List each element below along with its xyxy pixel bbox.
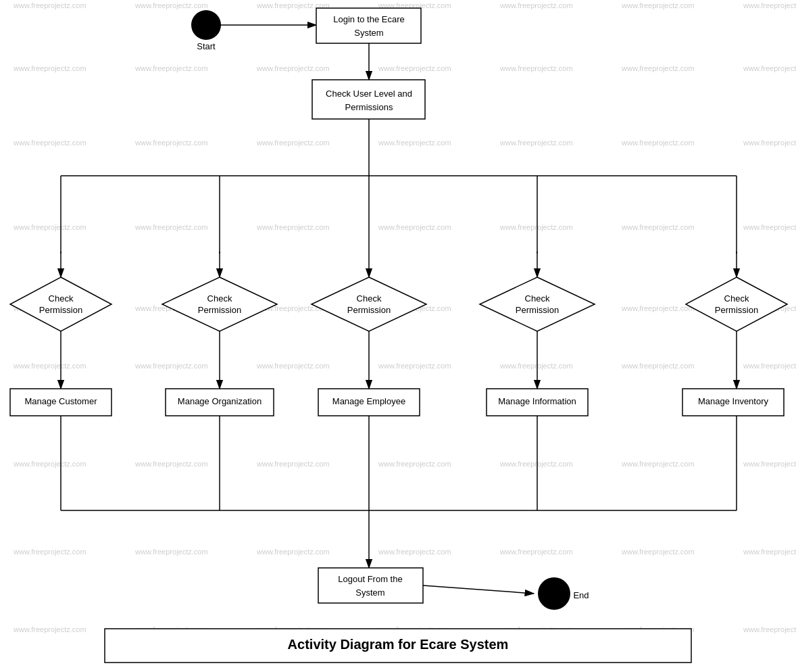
logout-text-line1: Logout From the bbox=[338, 574, 402, 584]
svg-text:www.freeprojectz.com: www.freeprojectz.com bbox=[743, 64, 796, 72]
svg-text:www.freeprojectz.com: www.freeprojectz.com bbox=[621, 460, 695, 468]
check-perm1-text1: Check bbox=[49, 293, 74, 304]
svg-text:www.freeprojectz.com: www.freeprojectz.com bbox=[499, 460, 573, 468]
check-perm5-text2: Permission bbox=[715, 305, 758, 315]
login-text-line2: System bbox=[354, 28, 383, 38]
start-label: Start bbox=[197, 41, 216, 51]
diagram-title: Activity Diagram for Ecare System bbox=[288, 637, 509, 652]
svg-text:www.freeprojectz.com: www.freeprojectz.com bbox=[13, 1, 86, 9]
manage-inv-text: Manage Inventory bbox=[698, 396, 769, 406]
svg-text:www.freeprojectz.com: www.freeprojectz.com bbox=[256, 548, 330, 556]
svg-text:www.freeprojectz.com: www.freeprojectz.com bbox=[378, 548, 451, 556]
svg-text:www.freeprojectz.com: www.freeprojectz.com bbox=[134, 460, 208, 468]
svg-text:www.freeprojectz.com: www.freeprojectz.com bbox=[134, 362, 208, 370]
svg-text:www.freeprojectz.com: www.freeprojectz.com bbox=[743, 1, 796, 9]
check-perm3-node bbox=[312, 277, 426, 331]
svg-text:www.freeprojectz.com: www.freeprojectz.com bbox=[378, 139, 451, 147]
diagram-container: www.freeprojectz.com www.freeprojectz.co… bbox=[0, 0, 796, 672]
check-perm4-text1: Check bbox=[525, 293, 550, 304]
arrow-logout-to-end bbox=[423, 585, 534, 594]
check-perm3-text2: Permission bbox=[347, 305, 391, 315]
svg-text:www.freeprojectz.com: www.freeprojectz.com bbox=[621, 1, 695, 9]
svg-text:www.freeprojectz.com: www.freeprojectz.com bbox=[499, 362, 573, 370]
check-perm4-node bbox=[480, 277, 595, 331]
check-perm5-node bbox=[686, 277, 787, 331]
check-perm2-node bbox=[162, 277, 277, 331]
svg-text:www.freeprojectz.com: www.freeprojectz.com bbox=[743, 139, 796, 147]
svg-text:www.freeprojectz.com: www.freeprojectz.com bbox=[378, 223, 451, 231]
check-perm4-text2: Permission bbox=[516, 305, 559, 315]
svg-text:www.freeprojectz.com: www.freeprojectz.com bbox=[256, 139, 330, 147]
check-user-text-line2: Permissions bbox=[345, 102, 393, 112]
svg-text:www.freeprojectz.com: www.freeprojectz.com bbox=[621, 362, 695, 370]
svg-text:www.freeprojectz.com: www.freeprojectz.com bbox=[256, 460, 330, 468]
svg-text:www.freeprojectz.com: www.freeprojectz.com bbox=[743, 362, 796, 370]
svg-text:www.freeprojectz.com: www.freeprojectz.com bbox=[621, 548, 695, 556]
svg-text:www.freeprojectz.com: www.freeprojectz.com bbox=[256, 362, 330, 370]
manage-emp-text: Manage Employee bbox=[332, 396, 405, 406]
svg-text:www.freeprojectz.com: www.freeprojectz.com bbox=[499, 64, 573, 72]
check-perm5-text1: Check bbox=[724, 293, 749, 304]
manage-org-text: Manage Organization bbox=[178, 396, 262, 406]
svg-text:www.freeprojectz.com: www.freeprojectz.com bbox=[13, 362, 86, 370]
svg-text:www.freeprojectz.com: www.freeprojectz.com bbox=[134, 1, 208, 9]
check-perm2-text2: Permission bbox=[198, 305, 241, 315]
svg-text:www.freeprojectz.com: www.freeprojectz.com bbox=[13, 460, 86, 468]
svg-text:www.freeprojectz.com: www.freeprojectz.com bbox=[256, 223, 330, 231]
svg-text:www.freeprojectz.com: www.freeprojectz.com bbox=[13, 223, 86, 231]
check-perm1-text2: Permission bbox=[39, 305, 82, 315]
end-node bbox=[538, 577, 570, 610]
svg-text:www.freeprojectz.com: www.freeprojectz.com bbox=[743, 223, 796, 231]
svg-text:www.freeprojectz.com: www.freeprojectz.com bbox=[499, 1, 573, 9]
manage-info-text: Manage Information bbox=[498, 396, 576, 406]
svg-text:www.freeprojectz.com: www.freeprojectz.com bbox=[13, 139, 86, 147]
svg-text:www.freeprojectz.com: www.freeprojectz.com bbox=[743, 460, 796, 468]
svg-text:www.freeprojectz.com: www.freeprojectz.com bbox=[621, 304, 695, 312]
svg-text:www.freeprojectz.com: www.freeprojectz.com bbox=[13, 548, 86, 556]
login-text-line1: Login to the Ecare bbox=[333, 14, 405, 24]
svg-text:www.freeprojectz.com: www.freeprojectz.com bbox=[621, 139, 695, 147]
svg-text:www.freeprojectz.com: www.freeprojectz.com bbox=[499, 223, 573, 231]
end-label: End bbox=[573, 590, 589, 600]
svg-text:www.freeprojectz.com: www.freeprojectz.com bbox=[378, 460, 451, 468]
svg-text:www.freeprojectz.com: www.freeprojectz.com bbox=[134, 64, 208, 72]
svg-text:www.freeprojectz.com: www.freeprojectz.com bbox=[13, 64, 86, 72]
svg-text:www.freeprojectz.com: www.freeprojectz.com bbox=[621, 64, 695, 72]
check-perm2-text1: Check bbox=[207, 293, 232, 304]
manage-customer-text: Manage Customer bbox=[25, 396, 98, 406]
svg-text:www.freeprojectz.com: www.freeprojectz.com bbox=[378, 362, 451, 370]
svg-text:www.freeprojectz.com: www.freeprojectz.com bbox=[743, 625, 796, 633]
svg-text:www.freeprojectz.com: www.freeprojectz.com bbox=[499, 139, 573, 147]
svg-text:www.freeprojectz.com: www.freeprojectz.com bbox=[134, 223, 208, 231]
check-user-text-line1: Check User Level and bbox=[326, 89, 412, 99]
svg-text:www.freeprojectz.com: www.freeprojectz.com bbox=[134, 139, 208, 147]
svg-text:www.freeprojectz.com: www.freeprojectz.com bbox=[378, 64, 451, 72]
check-user-level-node bbox=[312, 80, 425, 119]
svg-text:www.freeprojectz.com: www.freeprojectz.com bbox=[134, 548, 208, 556]
check-perm3-text1: Check bbox=[357, 293, 382, 304]
svg-text:www.freeprojectz.com: www.freeprojectz.com bbox=[13, 625, 86, 633]
svg-text:www.freeprojectz.com: www.freeprojectz.com bbox=[499, 548, 573, 556]
svg-text:www.freeprojectz.com: www.freeprojectz.com bbox=[256, 64, 330, 72]
svg-text:www.freeprojectz.com: www.freeprojectz.com bbox=[743, 548, 796, 556]
logout-text-line2: System bbox=[355, 587, 384, 598]
check-perm1-node bbox=[10, 277, 111, 331]
svg-text:www.freeprojectz.com: www.freeprojectz.com bbox=[621, 223, 695, 231]
